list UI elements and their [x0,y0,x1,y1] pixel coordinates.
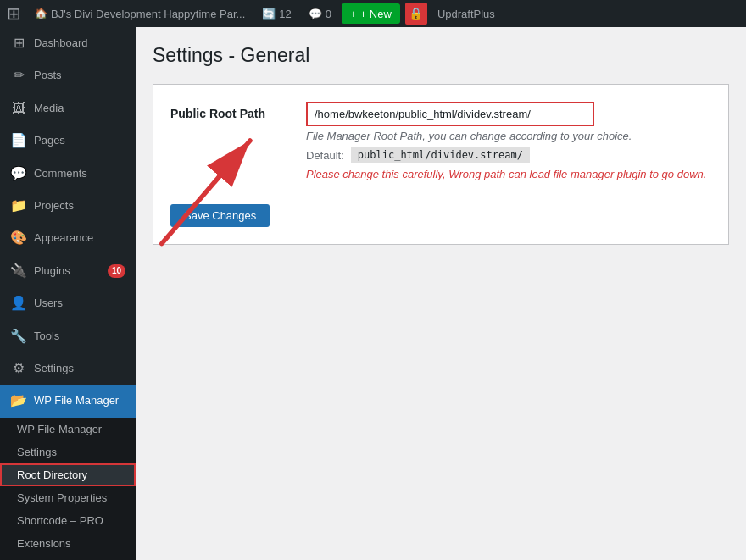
projects-icon: 📁 [10,197,27,215]
comments-item[interactable]: 💬 0 [302,8,338,20]
lock-icon[interactable]: 🔒 [405,3,427,25]
sidebar-item-label: Settings [34,361,125,376]
sidebar: ⊞ Dashboard ✏ Posts 🖼 Media 📄 Pages 💬 Co… [0,27,136,560]
sidebar-item-plugins[interactable]: 🔌 Plugins 10 [0,255,136,287]
wp-file-manager-submenu: WP File Manager Settings Root Directory … [0,418,136,560]
sidebar-item-posts[interactable]: ✏ Posts [0,59,136,91]
sidebar-item-label: Appearance [34,230,125,246]
content-wrapper: Settings - General Public Root Path File… [153,44,729,245]
form-row: Public Root Path File Manager Root Path,… [170,102,711,180]
wp-logo-icon[interactable]: ⊞ [7,3,21,24]
sidebar-item-tools[interactable]: 🔧 Tools [0,320,136,352]
page-title: Settings - General [153,44,729,67]
sidebar-item-label: Users [34,296,125,311]
hint-text: File Manager Root Path, you can change a… [306,130,711,142]
posts-icon: ✏ [10,66,27,85]
sidebar-item-projects[interactable]: 📁 Projects [0,190,136,222]
new-button[interactable]: + + New [342,3,400,24]
comments-icon: 💬 [309,8,322,20]
sidebar-item-dashboard[interactable]: ⊞ Dashboard [0,27,136,59]
sidebar-item-label: Projects [34,198,125,213]
sidebar-item-wp-file-manager[interactable]: 📂 WP File Manager [0,385,136,417]
submenu-item-wp-file-manager[interactable]: WP File Manager [0,418,136,441]
plugins-badge: 10 [108,264,125,278]
dashboard-icon: ⊞ [10,34,27,53]
users-icon: 👤 [10,294,27,313]
pages-icon: 📄 [10,131,27,150]
plus-icon: + [350,8,357,20]
default-value: public_html/dividev.stream/ [351,147,530,163]
sidebar-item-label: WP File Manager [34,393,125,408]
form-label: Public Root Path [170,102,289,120]
submenu-item-settings[interactable]: Settings [0,441,136,463]
site-name[interactable]: 🏠 BJ's Divi Development Happytime Par... [28,8,252,20]
appearance-icon: 🎨 [10,229,27,247]
sidebar-item-label: Tools [34,329,125,344]
tools-icon: 🔧 [10,327,27,346]
sidebar-item-label: Pages [34,133,125,148]
warning-text: Please change this carefully, Wrong path… [306,168,711,180]
submenu-item-shortcode-pro[interactable]: Shortcode – PRO [0,509,136,532]
submenu-item-system-properties[interactable]: System Properties [0,486,136,509]
sidebar-item-appearance[interactable]: 🎨 Appearance [0,222,136,254]
form-field-area: File Manager Root Path, you can change a… [306,102,711,180]
sidebar-item-label: Posts [34,68,125,83]
sidebar-item-label: Comments [34,166,125,181]
save-changes-button[interactable]: Save Changes [170,204,270,227]
sidebar-item-pages[interactable]: 📄 Pages [0,125,136,157]
main-layout: ⊞ Dashboard ✏ Posts 🖼 Media 📄 Pages 💬 Co… [0,27,746,560]
updraft-item[interactable]: UpdraftPlus [431,8,502,20]
sidebar-item-settings[interactable]: ⚙ Settings [0,352,136,385]
updates-icon: 🔄 [262,8,276,20]
default-row: Default: public_html/dividev.stream/ [306,147,711,163]
settings-icon: ⚙ [10,359,27,378]
sidebar-item-comments[interactable]: 💬 Comments [0,158,136,190]
home-icon: 🏠 [35,8,47,19]
default-label: Default: [306,149,344,162]
path-input[interactable] [306,102,594,126]
submenu-item-extensions[interactable]: Extensions [0,532,136,555]
submenu-item-root-directory[interactable]: Root Directory [0,463,136,486]
admin-bar: ⊞ 🏠 BJ's Divi Development Happytime Par.… [0,0,746,27]
wp-file-manager-icon: 📂 [10,391,27,410]
sidebar-item-media[interactable]: 🖼 Media [0,92,136,125]
settings-card: Public Root Path File Manager Root Path,… [153,84,729,245]
updates-item[interactable]: 🔄 12 [255,8,298,20]
plugins-icon: 🔌 [10,262,27,280]
sidebar-item-label: Plugins [34,263,101,279]
content-area: Settings - General Public Root Path File… [136,27,746,560]
sidebar-item-label: Dashboard [34,36,125,51]
comments-nav-icon: 💬 [10,164,27,183]
sidebar-item-users[interactable]: 👤 Users [0,287,136,319]
sidebar-item-label: Media [34,101,125,116]
submenu-item-contribute[interactable]: Contribute [0,555,136,560]
media-icon: 🖼 [10,99,27,118]
